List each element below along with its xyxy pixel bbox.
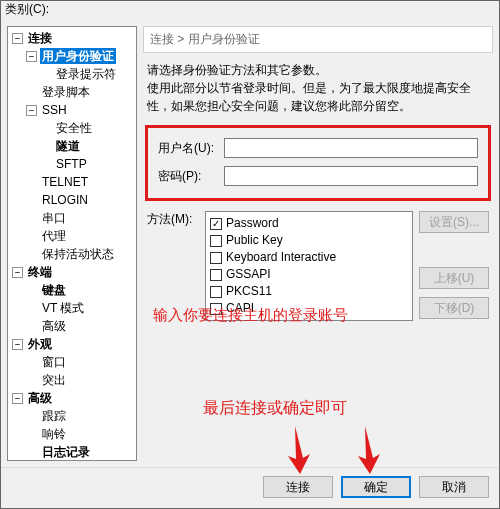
method-item-publickey[interactable]: Public Key (210, 232, 408, 249)
collapse-icon[interactable]: − (26, 105, 37, 116)
method-item-pkcs11[interactable]: PKCS11 (210, 283, 408, 300)
checkbox-icon[interactable]: ✓ (210, 218, 222, 230)
session-properties-dialog: 类别(C): − 连接 − 用户身份验证 (0, 0, 500, 509)
move-up-button[interactable]: 上移(U) (419, 267, 489, 289)
tree-node-trace[interactable]: 跟踪 (24, 407, 136, 425)
collapse-icon[interactable]: − (12, 267, 23, 278)
tree-node-rlogin[interactable]: RLOGIN (24, 191, 136, 209)
tree-node-window[interactable]: 窗口 (24, 353, 136, 371)
tree-node-advanced[interactable]: − 高级 (10, 389, 136, 407)
connect-button[interactable]: 连接 (263, 476, 333, 498)
tree-node-vt[interactable]: VT 模式 (24, 299, 136, 317)
collapse-icon[interactable]: − (12, 339, 23, 350)
method-item-keyboard[interactable]: Keyboard Interactive (210, 249, 408, 266)
tree-node-ssh[interactable]: − SSH (24, 101, 136, 119)
tree-node-proxy[interactable]: 代理 (24, 227, 136, 245)
collapse-icon[interactable]: − (26, 51, 37, 62)
annotation-buttons: 最后连接或确定即可 (203, 398, 347, 419)
auth-methods-list[interactable]: ✓Password Public Key Keyboard Interactiv… (205, 211, 413, 321)
category-label: 类别(C): (1, 1, 499, 20)
tree-node-highlight[interactable]: 突出 (24, 371, 136, 389)
checkbox-icon[interactable] (210, 252, 222, 264)
description-text: 请选择身份验证方法和其它参数。 使用此部分以节省登录时间。但是，为了最大限度地提… (143, 59, 493, 121)
tree-node-login-prompt[interactable]: 登录提示符 (38, 65, 136, 83)
tree-node-advanced-term[interactable]: 高级 (24, 317, 136, 335)
method-label: 方法(M): (147, 211, 199, 228)
checkbox-icon[interactable] (210, 269, 222, 281)
annotation-credentials: 输入你要连接主机的登录账号 (153, 306, 348, 325)
content-area: − 连接 − 用户身份验证 登录提示符 (1, 20, 499, 467)
collapse-icon[interactable]: − (12, 393, 23, 404)
dialog-footer: 连接 确定 取消 (1, 467, 499, 508)
tree-node-telnet[interactable]: TELNET (24, 173, 136, 191)
checkbox-icon[interactable] (210, 235, 222, 247)
tree-node-keepalive[interactable]: 保持活动状态 (24, 245, 136, 263)
tree-node-security[interactable]: 安全性 (38, 119, 136, 137)
tree-node-appearance[interactable]: − 外观 (10, 335, 136, 353)
method-item-gssapi[interactable]: GSSAPI (210, 266, 408, 283)
tree-node-sftp[interactable]: SFTP (38, 155, 136, 173)
credentials-highlight-box: 用户名(U): 密码(P): (145, 125, 491, 201)
cancel-button[interactable]: 取消 (419, 476, 489, 498)
tree-node-terminal[interactable]: − 终端 (10, 263, 136, 281)
password-label: 密码(P): (158, 168, 218, 185)
method-item-password[interactable]: ✓Password (210, 215, 408, 232)
breadcrumb: 连接 > 用户身份验证 (143, 26, 493, 53)
tree-node-keyboard[interactable]: 键盘 (24, 281, 136, 299)
username-input[interactable] (224, 138, 478, 158)
tree-node-auth[interactable]: − 用户身份验证 (24, 47, 136, 65)
checkbox-icon[interactable] (210, 286, 222, 298)
tree-node-serial[interactable]: 串口 (24, 209, 136, 227)
category-tree[interactable]: − 连接 − 用户身份验证 登录提示符 (7, 26, 137, 461)
detail-pane: 连接 > 用户身份验证 请选择身份验证方法和其它参数。 使用此部分以节省登录时间… (143, 26, 493, 461)
collapse-icon[interactable]: − (12, 33, 23, 44)
setup-button[interactable]: 设置(S)... (419, 211, 489, 233)
tree-node-login-script[interactable]: 登录脚本 (24, 83, 136, 101)
tree-node-tunnel[interactable]: 隧道 (38, 137, 136, 155)
tree-node-log[interactable]: 日志记录 (24, 443, 136, 461)
tree-node-connection[interactable]: − 连接 (10, 29, 136, 47)
tree-node-bell[interactable]: 响铃 (24, 425, 136, 443)
ok-button[interactable]: 确定 (341, 476, 411, 498)
username-label: 用户名(U): (158, 140, 218, 157)
move-down-button[interactable]: 下移(D) (419, 297, 489, 319)
password-input[interactable] (224, 166, 478, 186)
